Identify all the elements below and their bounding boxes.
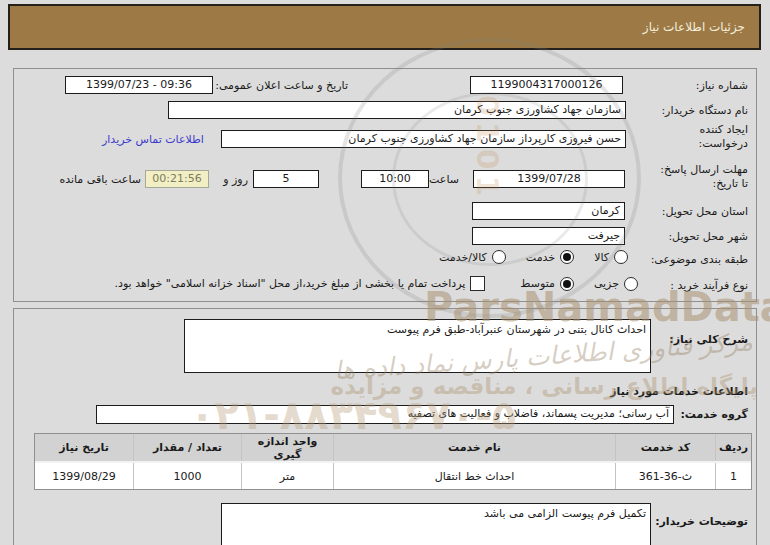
header-quantity: تعداد / مقدار [133, 434, 241, 461]
page-title: جزئیات اطلاعات نیاز [643, 20, 745, 34]
table-row: 1 361-36-ث احداث خط انتقال متر 1000 1399… [35, 463, 751, 489]
buyer-contact-link[interactable]: اطلاعات تماس خریدار [102, 133, 204, 147]
countdown-timer: 00:21:56 [145, 170, 209, 188]
header-need-date: تاریخ نیاز [35, 434, 133, 461]
need-number-field[interactable]: 1199004317000126 [470, 76, 623, 94]
province-label: استان محل تحویل: [662, 205, 748, 219]
cell-row-number: 1 [715, 463, 751, 489]
treasury-checkbox[interactable] [470, 276, 485, 291]
days-remaining-field: 5 [253, 170, 319, 188]
process-type-options: جزیی متوسط پرداخت تمام یا بخشی از مبلغ خ… [115, 276, 638, 291]
radio-service-label: خدمت [526, 251, 555, 264]
radio-goods-label: کالا [594, 251, 609, 264]
buyer-org-label: نام دستگاه خریدار: [661, 104, 748, 118]
cell-service-name: احداث خط انتقال [333, 463, 615, 489]
cell-unit: متر [241, 463, 333, 489]
deadline-label: مهلت ارسال پاسخ:تا تاریخ: [660, 163, 748, 191]
header-unit: واحد اندازه گیری [241, 434, 333, 461]
province-field[interactable]: کرمان [472, 202, 625, 220]
treasury-checkbox-label: پرداخت تمام یا بخشی از مبلغ خرید،از محل … [115, 277, 466, 290]
services-table: ردیف کد خدمت نام خدمت واحد اندازه گیری ت… [34, 433, 752, 490]
creator-field[interactable]: حسن فیروزی کارپرداز سازمان جهاد کشاورزی … [221, 130, 626, 148]
services-panel: شرح کلی نیاز: احداث کانال بتنی در شهرستا… [13, 308, 757, 545]
radio-partial-label: جزیی [594, 277, 619, 290]
announce-datetime-field[interactable]: 1399/07/23 - 09:36 [65, 76, 213, 94]
deadline-date-field[interactable]: 1399/07/28 [473, 170, 625, 188]
buyer-notes-box[interactable]: تکمیل فرم پیوست الزامی می باشد [221, 503, 651, 545]
need-description-label: شرح کلی نیاز: [669, 333, 748, 347]
header-service-name: نام خدمت [333, 434, 615, 461]
process-type-label: نوع فرآیند خرید : [670, 279, 748, 293]
classification-label: طبقه بندی موضوعی: [651, 253, 748, 267]
radio-medium-icon[interactable] [560, 277, 574, 291]
services-heading: اطلاعات خدمات مورد نیاز [610, 385, 748, 399]
city-field[interactable]: جیرفت [472, 227, 625, 245]
radio-goods-service-icon[interactable] [492, 250, 506, 264]
cell-service-code: 361-36-ث [615, 463, 715, 489]
buyer-org-field[interactable]: سازمان جهاد کشاورزی جنوب کرمان [168, 101, 626, 119]
hour-label: ساعت [429, 173, 459, 187]
service-group-label: گروه خدمت: [680, 408, 748, 422]
creator-label: ایجاد کنندهدرخواست: [699, 123, 748, 151]
hours-remaining-label: ساعت باقی مانده [59, 173, 141, 187]
deadline-time-field[interactable]: 10:00 [361, 170, 429, 188]
radio-service-icon[interactable] [560, 250, 574, 264]
need-info-panel: شماره نیاز: 1199004317000126 تاریخ و ساع… [13, 68, 757, 302]
title-bar: جزئیات اطلاعات نیاز [8, 4, 761, 50]
page: { "titlebar": { "title": "جزئیات اطلاعات… [0, 0, 770, 545]
cell-need-date: 1399/08/29 [35, 463, 133, 489]
need-description-box[interactable]: احداث کانال بتنی در شهرستان عنبرآباد-طبق… [184, 319, 651, 373]
radio-goods-service-label: کالا/خدمت [439, 251, 487, 264]
announce-datetime-label: تاریخ و ساعت اعلان عمومی: [215, 79, 348, 93]
header-service-code: کد خدمت [615, 434, 715, 461]
header-row-number: ردیف [715, 434, 751, 461]
buyer-notes-label: توضیحات خریدار: [655, 515, 748, 529]
radio-goods-icon[interactable] [614, 250, 628, 264]
service-group-field[interactable]: آب رسانی؛ مدیریت پسماند، فاضلاب و فعالیت… [96, 405, 674, 424]
days-label: روز و [223, 173, 248, 187]
services-table-header: ردیف کد خدمت نام خدمت واحد اندازه گیری ت… [35, 434, 751, 463]
radio-medium-label: متوسط [520, 277, 555, 290]
city-label: شهر محل تحویل: [668, 230, 748, 244]
classification-options: کالا خدمت کالا/خدمت [439, 250, 628, 264]
cell-quantity: 1000 [133, 463, 241, 489]
radio-partial-icon[interactable] [624, 277, 638, 291]
need-number-label: شماره نیاز: [696, 79, 748, 93]
